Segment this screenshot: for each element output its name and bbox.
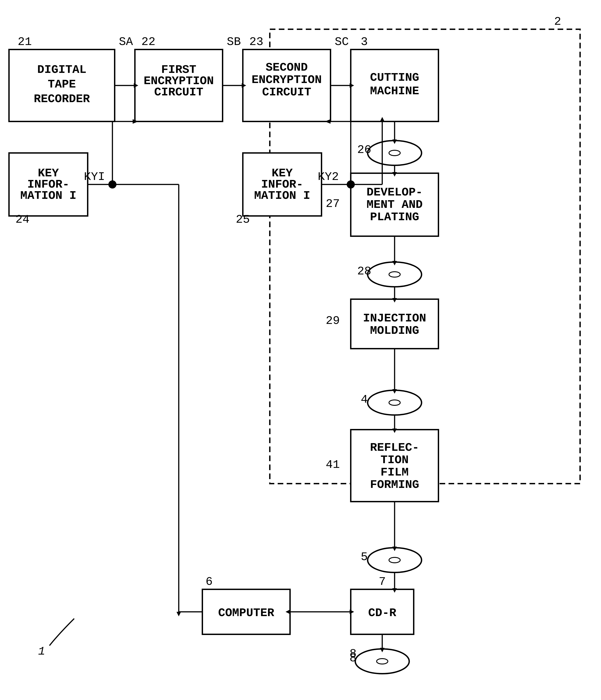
text-digital-tape-3: RECORDER bbox=[34, 93, 90, 106]
text-dev-3: PLATING bbox=[370, 210, 419, 224]
svg-point-17 bbox=[389, 400, 400, 405]
text-key2-3: MATION I bbox=[254, 189, 310, 202]
text-computer: COMPUTER bbox=[218, 606, 274, 620]
num-25: 25 bbox=[236, 213, 250, 226]
text-inject-1: INJECTION bbox=[363, 312, 426, 325]
num-41: 41 bbox=[326, 458, 340, 472]
text-dev-2: MENT AND bbox=[366, 198, 423, 211]
text-digital-tape-1: DIGITAL bbox=[37, 63, 86, 76]
text-reflect-4: FORMING bbox=[370, 478, 419, 492]
text-first-enc-3: CIRCUIT bbox=[154, 86, 203, 99]
num-28: 28 bbox=[357, 265, 371, 278]
label-ky1: KYI bbox=[84, 170, 105, 183]
num-3: 3 bbox=[361, 35, 368, 49]
svg-point-19 bbox=[389, 557, 400, 563]
num-4: 4 bbox=[361, 393, 368, 406]
label-sb: SB bbox=[227, 35, 241, 49]
num-21: 21 bbox=[18, 35, 32, 49]
text-reflect-2: TION bbox=[381, 453, 409, 467]
num-7: 7 bbox=[378, 575, 386, 589]
text-second-enc-3: CIRCUIT bbox=[262, 86, 311, 99]
text-cutting-1: CUTTING bbox=[370, 71, 419, 84]
text-cdr: CD-R bbox=[368, 606, 397, 620]
num-24: 24 bbox=[16, 213, 29, 226]
text-second-enc-1: SECOND bbox=[265, 61, 308, 74]
text-key1-3: MATION I bbox=[20, 189, 76, 202]
diagram-container: 2 21 22 23 3 SA SB SC bbox=[0, 0, 601, 700]
svg-point-15 bbox=[389, 272, 400, 277]
label-2: 2 bbox=[554, 15, 561, 28]
num-29: 29 bbox=[326, 314, 340, 327]
label-ky2: KY2 bbox=[318, 170, 339, 183]
text-second-enc-2: ENCRYPTION bbox=[252, 73, 322, 86]
text-inject-2: MOLDING bbox=[370, 324, 419, 338]
num-26: 26 bbox=[357, 143, 371, 156]
text-reflect-3: FILM bbox=[381, 466, 409, 479]
num-23: 23 bbox=[250, 35, 263, 49]
svg-point-21 bbox=[376, 658, 388, 664]
num-27: 27 bbox=[326, 197, 340, 210]
label-sc: SC bbox=[335, 35, 349, 49]
svg-point-13 bbox=[389, 150, 400, 156]
num-22: 22 bbox=[141, 35, 155, 49]
num-8-label: 8 bbox=[349, 647, 356, 660]
text-reflect-1: REFLEC- bbox=[370, 441, 419, 454]
svg-marker-64 bbox=[177, 612, 181, 616]
text-cutting-2: MACHINE bbox=[370, 84, 419, 98]
label-sa: SA bbox=[119, 35, 133, 49]
text-dev-1: DEVELOP- bbox=[366, 186, 423, 199]
num-6: 6 bbox=[206, 575, 212, 589]
label-1: 1 bbox=[38, 645, 45, 658]
text-digital-tape-2: TAPE bbox=[48, 78, 76, 91]
num-5: 5 bbox=[361, 550, 368, 564]
